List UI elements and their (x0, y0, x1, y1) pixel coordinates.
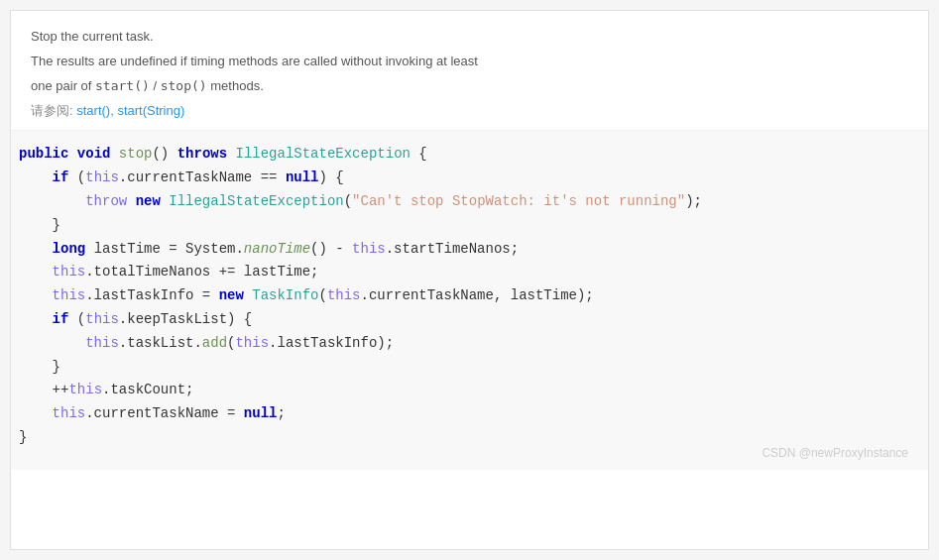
main-container: Stop the current task. The results are u… (10, 10, 929, 550)
code-line-1: public void stop() throws IllegalStateEx… (19, 143, 908, 167)
code-line-11: ++this.taskCount; (19, 379, 908, 402)
watermark: CSDN @newProxyInstance (762, 446, 908, 460)
documentation-section: Stop the current task. The results are u… (11, 11, 928, 131)
code-line-10: } (19, 356, 908, 380)
code-line-8: if (this.keepTaskList) { (19, 308, 908, 332)
code-line-3: throw new IllegalStateException("Can't s… (19, 190, 908, 214)
see-also-links[interactable]: start(), start(String) (76, 103, 184, 118)
code-line-4: } (19, 214, 908, 238)
code-line-2: if (this.currentTaskName == null) { (19, 167, 908, 190)
see-also: 请参阅: start(), start(String) (31, 102, 908, 120)
code-line-6: this.totalTimeNanos += lastTime; (19, 261, 908, 284)
see-also-label: 请参阅: (31, 103, 76, 118)
doc-line-1: Stop the current task. (31, 27, 908, 48)
code-section: public void stop() throws IllegalStateEx… (11, 131, 928, 469)
code-line-7: this.lastTaskInfo = new TaskInfo(this.cu… (19, 284, 908, 308)
code-line-12: this.currentTaskName = null; (19, 402, 908, 426)
code-line-9: this.taskList.add(this.lastTaskInfo); (19, 332, 908, 356)
code-line-5: long lastTime = System.nanoTime() - this… (19, 238, 908, 262)
doc-line-3: one pair of start() / stop() methods. (31, 76, 908, 97)
doc-line-2: The results are undefined if timing meth… (31, 52, 908, 72)
